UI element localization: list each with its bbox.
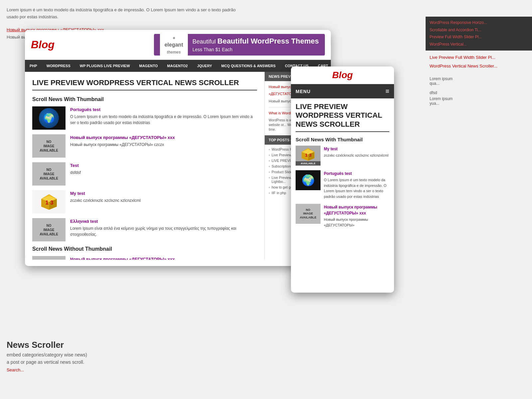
nav-wp-plugins[interactable]: WP PLUGINS LIVE PREVIEW (75, 60, 135, 72)
bg-bottom-link[interactable]: Search... (7, 367, 87, 372)
news-item-6: NOIMAGEAVAILABLE Новый выпуск программы … (32, 256, 257, 260)
mobile-menu-label: MENU (296, 89, 311, 94)
mobile-news-link-1[interactable]: My test (324, 147, 337, 151)
news-thumb-6: NOIMAGEAVAILABLE (32, 256, 66, 260)
nav-bar: PHP WORDPRESS WP PLUGINS LIVE PREVIEW MA… (25, 60, 331, 72)
mobile-news-excerpt-1: zczxkc czxlcknxzlc xzclxznc xzlcnzxlcml (324, 153, 389, 158)
nav-php[interactable]: PHP (25, 60, 42, 72)
nav-magento2[interactable]: MAGENTO2 (163, 60, 193, 72)
section2-title: Scroll News Without Thumbnail (32, 246, 257, 252)
news-thumb-1: 🌍 (32, 106, 66, 130)
blog-header: Blog ✦ elegant themes Beautiful Beautifu… (25, 30, 331, 60)
mobile-news-item-3: NOIMAGEAVAILABLE Новый выпуск программы … (296, 204, 389, 228)
news-link-6[interactable]: Новый выпуск программы «ДЕГУСТАТОРЫ» xxx (70, 257, 175, 260)
news-excerpt-5: Lorem Ipsum είναι απλά ένα κείμενο χωρίς… (70, 225, 257, 237)
section1-title: Scroll News With Thumbnail (32, 96, 257, 102)
news-link-4[interactable]: My test (70, 191, 85, 196)
mobile-browser-window: Blog MENU ≡ LIVE PREVIEW WORDPRESS VERTI… (291, 66, 394, 293)
mobile-news-excerpt-3: Новый выпуск программы «ДЕГУСТАТОРЫ» (324, 217, 389, 228)
no-image-text-5: NOIMAGEAVAILABLE (40, 223, 58, 236)
mobile-content: LIVE PREVIEW WORDPRESS VERTICAL NEWS SCR… (291, 98, 394, 291)
bg-bottom-p2: a post or page as vertical news scroll. (7, 359, 87, 365)
svg-text:1: 1 (305, 152, 308, 157)
mobile-news-text-1: My test zczxkc czxlcknxzlc xzclxznc xzlc… (324, 146, 389, 158)
mobile-section1-title: Scroll News With Thumbnail (296, 137, 389, 142)
mobile-thumb-2: 🌍 (296, 170, 321, 190)
news-item-5: NOIMAGEAVAILABLE Ελληνικά test Lorem Ips… (32, 218, 257, 241)
no-image-text-3: NOIMAGEAVAILABLE (40, 168, 58, 181)
news-link-3[interactable]: Test (70, 163, 79, 168)
hamburger-icon[interactable]: ≡ (385, 87, 389, 95)
news-link-5[interactable]: Ελληνικά test (70, 219, 98, 224)
news-text-4: My test zczxkc czxlcknxzlc xzclxznc xzlc… (70, 190, 141, 203)
news-link-2[interactable]: Новый выпуск программы «ДЕГУСТАТОРЫ» xxx (70, 135, 175, 140)
mobile-blog-header: Blog (291, 66, 394, 84)
nav-jquery[interactable]: JQUERY (193, 60, 217, 72)
cube-icon: 1 3 (40, 193, 58, 211)
bg-bottom-section: News Scroller embed categories/category … (7, 340, 87, 372)
news-link-1[interactable]: Português test (70, 107, 100, 112)
bg-sidebar-link-1[interactable]: Live Preview Full Width Slider Pl... (430, 53, 528, 62)
bg-sidebar-text2: Lorem ipsumyua... (430, 96, 528, 106)
news-text-5: Ελληνικά test Lorem Ipsum είναι απλά ένα… (70, 218, 257, 237)
news-thumb-2: NOIMAGEAVAILABLE (32, 134, 66, 158)
svg-text:3: 3 (309, 152, 312, 157)
bg-bottom-title: News Scroller (7, 340, 87, 350)
news-thumb-5: NOIMAGEAVAILABLE (32, 218, 66, 241)
svg-text:1: 1 (45, 199, 48, 205)
bg-text-top: Lorem ipsum é um texto modelo da indústr… (7, 7, 239, 21)
bg-right-link-3[interactable]: Preview Full Width Slider Pl... (430, 34, 528, 41)
news-excerpt-1: O Lorem Ipsum é um texto modelo da indús… (70, 114, 257, 126)
news-text-6: Новый выпуск программы «ДЕГУСТАТОРЫ» xxx… (70, 256, 175, 260)
nav-mcq[interactable]: MCQ QUESTIONS & ANSWERS (217, 60, 280, 72)
page-title: LIVE PREVIEW WORDPRESS VERTICAL NEWS SCR… (32, 78, 257, 90)
desktop-browser-window: Blog ✦ elegant themes Beautiful Beautifu… (25, 30, 331, 266)
globe-thumb: 🌍 (39, 108, 59, 128)
nav-wordpress[interactable]: WORDPRESS (42, 60, 75, 72)
main-content: LIVE PREVIEW WORDPRESS VERTICAL NEWS SCR… (25, 72, 264, 260)
bg-right-link-2[interactable]: Scrollable and Accordion Ti... (430, 27, 528, 34)
mobile-thumb-3: NOIMAGEAVAILABLE (296, 204, 321, 224)
blog-title: Blog (31, 39, 55, 51)
news-item-2: NOIMAGEAVAILABLE Новый выпуск программы … (32, 134, 257, 158)
news-excerpt-4: zczxkc czxlcknxzlc xzclxznc xzlcnzxlcml (70, 198, 141, 203)
news-excerpt-3: dsfdsf (70, 170, 81, 176)
news-item-1: 🌍 Português test O Lorem Ipsum é um text… (32, 106, 257, 130)
news-item-3: NOIMAGEAVAILABLE Test dsfdsf (32, 162, 257, 186)
mobile-news-link-3[interactable]: Новый выпуск программы «ДЕГУСТАТОРЫ» xxx (324, 205, 377, 215)
bg-bottom-p1: embed categories/category wise news) (7, 352, 87, 357)
elegant-themes-tagline: Beautiful Beautiful WordPress Themes Les… (193, 36, 319, 53)
mobile-cube-icon: 1 3 (301, 147, 316, 162)
mobile-news-text-2: Português test O Lorem Ipsum é um texto … (324, 170, 389, 199)
news-text-3: Test dsfdsf (70, 162, 81, 176)
mobile-news-item-2: 🌍 Português test O Lorem Ipsum é um text… (296, 170, 389, 199)
bg-sidebar-links: Live Preview Full Width Slider Pl... Wor… (426, 50, 532, 109)
svg-text:3: 3 (50, 199, 53, 205)
news-item-4: 1 3 My test zczxkc czxlcknxzlc xzclxznc … (32, 190, 257, 213)
news-text-1: Português test O Lorem Ipsum é um texto … (70, 106, 257, 126)
mobile-available-label: AVAILABLE (296, 161, 321, 166)
mobile-blog-title: Blog (332, 70, 353, 80)
no-image-text-2: NOIMAGEAVAILABLE (40, 140, 58, 153)
bg-right-link-4[interactable]: WordPress Vertical... (430, 41, 528, 48)
bg-sidebar-link-2[interactable]: WordPress Vertical News Scroller... (430, 62, 528, 70)
bg-right-link-1[interactable]: WordPress Responsive Horizo... (430, 19, 528, 27)
elegant-themes-logo: ✦ elegant themes (160, 32, 188, 58)
mobile-news-item-1: AVAILABLE 1 3 My test zczxkc czxlcknxzlc… (296, 146, 389, 166)
elegant-themes-banner[interactable]: ✦ elegant themes Beautiful Beautiful Wor… (154, 34, 325, 56)
bg-sidebar-text: Lorem ipsumqua...dfsd (430, 76, 528, 95)
mobile-thumb-1: AVAILABLE 1 3 (296, 146, 321, 166)
mobile-nav-bar: MENU ≡ (291, 84, 394, 98)
mobile-news-excerpt-2: O Lorem Ipsum é um texto modelo da indús… (324, 177, 389, 199)
bg-right-links: WordPress Responsive Horizo... Scrollabl… (426, 17, 532, 51)
mobile-news-text-3: Новый выпуск программы «ДЕГУСТАТОРЫ» xxx… (324, 204, 389, 228)
mobile-page-title: LIVE PREVIEW WORDPRESS VERTICAL NEWS SCR… (296, 102, 389, 132)
news-thumb-4: 1 3 (32, 190, 66, 213)
mobile-news-link-2[interactable]: Português test (324, 171, 352, 176)
content-area: LIVE PREVIEW WORDPRESS VERTICAL NEWS SCR… (25, 72, 331, 260)
nav-magento[interactable]: MAGENTO (135, 60, 163, 72)
news-text-2: Новый выпуск программы «ДЕГУСТАТОРЫ» xxx… (70, 134, 175, 148)
news-thumb-3: NOIMAGEAVAILABLE (32, 162, 66, 186)
news-excerpt-2: Новый выпуск программы «ДЕГУСТАТОРЫ» czc… (70, 142, 175, 148)
